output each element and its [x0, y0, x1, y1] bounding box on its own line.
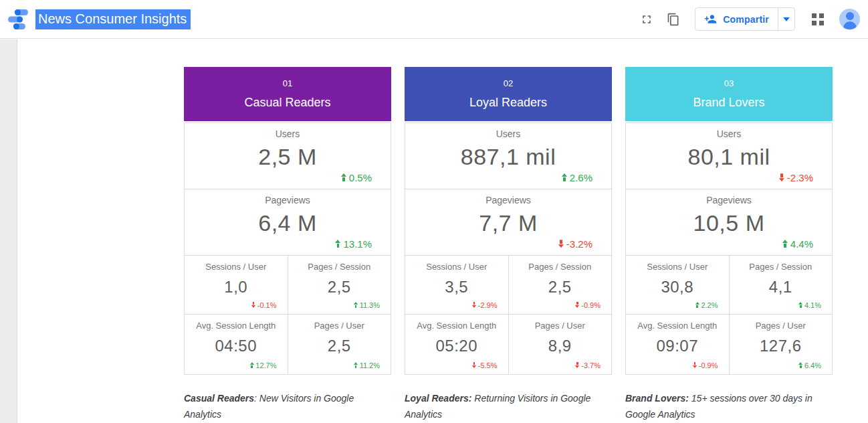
- canvas-left-gutter: [0, 39, 17, 423]
- metric-value: 127,6: [730, 337, 833, 355]
- metric-users: Users 887,1 mil 2.6%: [405, 122, 612, 189]
- card-number: 01: [283, 78, 292, 88]
- metric-pageviews: Pageviews 10,5 M 4.4%: [625, 189, 833, 256]
- metric-delta: -0.1%: [251, 301, 277, 309]
- grid-dot: [812, 13, 817, 18]
- metric-value: 09:07: [626, 337, 729, 355]
- delta-text: 0.5%: [349, 172, 372, 183]
- delta-text: -3.2%: [566, 238, 592, 250]
- trend-arrow-icon: [354, 302, 358, 308]
- user-avatar[interactable]: [839, 9, 860, 29]
- trend-arrow-icon: [562, 173, 567, 181]
- metric-value: 2,5 M: [185, 144, 391, 170]
- share-button-label: Compartir: [723, 14, 769, 25]
- metric-delta: 4.4%: [782, 238, 813, 250]
- metric-users: Users 80,1 mil -2.3%: [625, 122, 833, 189]
- trend-arrow-icon: [693, 362, 697, 368]
- metric-users: Users 2,5 M 0.5%: [184, 122, 391, 189]
- metric-label: Pages / Session: [509, 262, 612, 272]
- report-title[interactable]: News Consumer Insights: [35, 9, 191, 29]
- metric-sessions-per-user: Sessions / User 3,5 -2.9%: [405, 255, 509, 315]
- card-header: 03 Brand Lovers: [625, 67, 833, 121]
- metric-pages-per-session: Pages / Session 4,1 4.1%: [729, 255, 833, 315]
- delta-text: 12.7%: [255, 361, 276, 369]
- metric-row: Avg. Session Length 09:07 -0.9% Pages / …: [625, 314, 833, 375]
- segment-description: Brand Lovers: 15+ sessions over 30 days …: [625, 390, 826, 422]
- metric-value: 30,8: [626, 278, 729, 297]
- chevron-down-icon: [783, 17, 790, 21]
- metric-value: 8,9: [509, 337, 612, 355]
- metric-row: Avg. Session Length 04:50 12.7% Pages / …: [184, 314, 391, 375]
- trend-arrow-icon: [798, 362, 802, 368]
- segment-name: Brand Lovers:: [625, 393, 689, 404]
- metric-delta: 2.2%: [695, 301, 718, 309]
- metric-delta: 2.6%: [562, 172, 592, 183]
- metric-delta: -5.5%: [472, 361, 498, 369]
- delta-text: 2.2%: [701, 301, 718, 309]
- trend-arrow-icon: [782, 240, 788, 248]
- delta-text: 6.4%: [804, 361, 821, 369]
- metric-label: Pageviews: [185, 195, 391, 205]
- trend-arrow-icon: [354, 362, 358, 368]
- data-studio-logo-icon[interactable]: [6, 7, 31, 31]
- segment-description: Casual Readers: New Visitors in Google A…: [184, 390, 385, 422]
- trend-arrow-icon: [335, 240, 340, 248]
- metric-row: Sessions / User 1,0 -0.1% Pages / Sessio…: [184, 255, 391, 315]
- fullscreen-icon[interactable]: [633, 6, 660, 33]
- metric-label: Pageviews: [405, 195, 611, 205]
- metric-label: Pages / Session: [288, 262, 391, 272]
- metric-delta: 11.3%: [354, 301, 380, 309]
- metric-label: Pages / User: [730, 321, 833, 331]
- delta-text: 11.3%: [360, 301, 380, 309]
- delta-text: 2.6%: [570, 172, 592, 183]
- metric-value: 2,5: [288, 278, 391, 297]
- metric-delta: -0.9%: [693, 361, 718, 369]
- delta-text: 11.2%: [360, 361, 380, 369]
- metric-label: Pages / Session: [730, 262, 833, 272]
- scorecard-loyal-readers: 02 Loyal Readers Users 887,1 mil 2.6% Pa…: [405, 67, 612, 422]
- share-options-dropdown[interactable]: [778, 8, 794, 30]
- metric-row: Sessions / User 3,5 -2.9% Pages / Sessio…: [405, 255, 612, 315]
- metric-delta: 12.7%: [250, 361, 277, 369]
- card-header: 01 Casual Readers: [184, 67, 391, 121]
- copy-pages-icon[interactable]: [660, 6, 687, 33]
- trend-arrow-icon: [251, 302, 255, 308]
- segment-name: Loyal Readers:: [405, 393, 471, 404]
- segment-description: Loyal Readers: Returning Visitors in Goo…: [405, 390, 605, 422]
- segment-name: Casual Readers: [184, 393, 254, 404]
- metric-pages-per-user: Pages / User 127,6 6.4%: [729, 314, 833, 375]
- metric-label: Avg. Session Length: [185, 321, 288, 331]
- card-title: Casual Readers: [244, 96, 330, 110]
- trend-arrow-icon: [798, 302, 802, 308]
- metric-value: 05:20: [405, 337, 508, 355]
- metric-value: 80,1 mil: [626, 144, 832, 170]
- metric-delta: -3.2%: [558, 238, 592, 250]
- metric-label: Pages / User: [509, 321, 612, 331]
- delta-text: -3.7%: [581, 361, 601, 369]
- delta-text: 4.1%: [804, 301, 821, 309]
- scorecard-brand-lovers: 03 Brand Lovers Users 80,1 mil -2.3% Pag…: [625, 67, 833, 422]
- metric-value: 2,5: [509, 278, 612, 297]
- metric-value: 6,4 M: [185, 210, 391, 236]
- metric-delta: -2.9%: [472, 301, 498, 309]
- metric-delta: 13.1%: [335, 238, 372, 250]
- metric-value: 04:50: [185, 337, 288, 355]
- share-button[interactable]: Compartir: [695, 8, 778, 30]
- metric-value: 887,1 mil: [405, 144, 611, 170]
- metric-sessions-per-user: Sessions / User 1,0 -0.1%: [184, 255, 288, 315]
- delta-text: -2.9%: [478, 301, 498, 309]
- grid-dot: [812, 21, 817, 25]
- metric-pages-per-user: Pages / User 8,9 -3.7%: [508, 314, 613, 375]
- metric-avg-session-length: Avg. Session Length 04:50 12.7%: [184, 314, 288, 375]
- metric-row: Sessions / User 30,8 2.2% Pages / Sessio…: [625, 255, 833, 315]
- delta-text: -0.9%: [699, 361, 718, 369]
- metric-pages-per-session: Pages / Session 2,5 -0.9%: [508, 255, 613, 315]
- card-title: Loyal Readers: [469, 96, 547, 110]
- metric-label: Pages / User: [288, 321, 391, 331]
- apps-grid-icon[interactable]: [804, 6, 831, 33]
- delta-text: 4.4%: [790, 238, 813, 250]
- metric-delta: -2.3%: [779, 172, 813, 183]
- metric-value: 10,5 M: [626, 210, 832, 236]
- metric-value: 2,5: [288, 337, 391, 355]
- metric-label: Sessions / User: [626, 262, 729, 272]
